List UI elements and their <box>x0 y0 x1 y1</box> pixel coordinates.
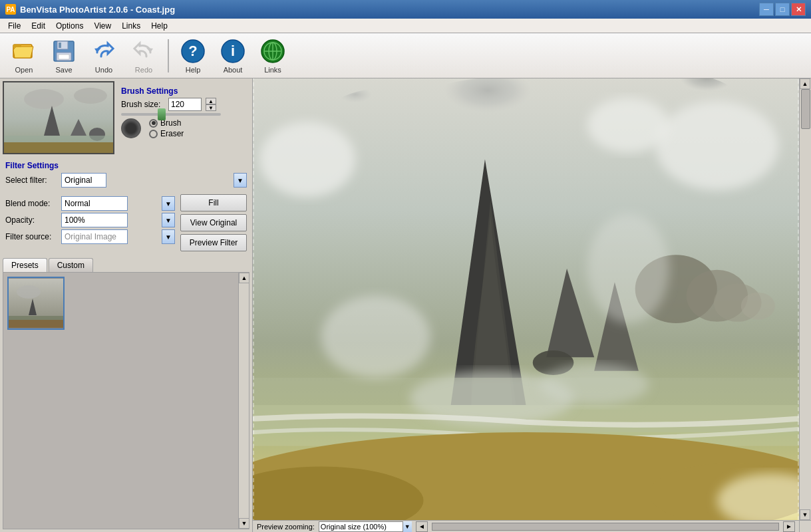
scroll-down-canvas-button[interactable]: ▼ <box>800 509 810 520</box>
app-icon: PA <box>5 4 16 15</box>
about-label: About <box>224 66 243 74</box>
tab-presets[interactable]: Presets <box>3 258 47 272</box>
svg-point-27 <box>17 285 41 299</box>
opacity-arrow: ▼ <box>162 213 175 227</box>
select-filter-label: Select filter: <box>5 176 57 185</box>
tabs-content: ▲ ▼ <box>3 272 249 529</box>
scroll-thumb-v[interactable] <box>801 89 810 129</box>
menu-file[interactable]: File <box>3 20 26 32</box>
svg-text:i: i <box>231 43 235 59</box>
preview-thumbnail <box>3 81 114 154</box>
brush-radio[interactable] <box>149 119 158 128</box>
brush-type-group: Brush Eraser <box>149 118 184 138</box>
svg-rect-25 <box>4 142 114 154</box>
tabs-container: Presets Custom <box>3 258 249 529</box>
scroll-track-v[interactable] <box>800 89 811 509</box>
undo-button[interactable]: Undo <box>85 35 122 76</box>
filter-source-dropdown[interactable]: Original Image <box>61 229 128 244</box>
nav-next-button[interactable]: ► <box>783 521 795 532</box>
links-icon <box>259 38 286 65</box>
eraser-radio[interactable] <box>149 130 158 138</box>
scroll-down-button[interactable]: ▼ <box>239 518 249 529</box>
svg-rect-4 <box>59 43 61 48</box>
svg-point-19 <box>24 89 64 109</box>
menu-options[interactable]: Options <box>51 20 88 32</box>
eraser-radio-row[interactable]: Eraser <box>149 129 184 138</box>
tabs-header: Presets Custom <box>3 258 249 272</box>
toolbar: Open Save Undo Re <box>0 33 811 78</box>
select-filter-arrow: ▼ <box>234 173 247 188</box>
svg-text:?: ? <box>188 43 197 59</box>
spin-down[interactable]: ▼ <box>206 104 216 111</box>
main-container: Brush Settings Brush size: ▲ ▼ <box>0 78 811 532</box>
canvas-area: ▲ ▼ ◄ ► Preview zooming: Original size (… <box>253 78 811 532</box>
scroll-up-button[interactable]: ▲ <box>239 273 249 283</box>
svg-rect-30 <box>9 320 63 328</box>
brush-settings-header: Brush Settings <box>121 86 247 96</box>
zoom-select-wrapper: Original size (100%) Fit to window 50% ▼ <box>319 521 412 532</box>
preset-item-0[interactable] <box>7 277 65 330</box>
select-filter-wrapper: Original Watercolor Oil Paint ▼ <box>61 173 247 188</box>
view-original-button[interactable]: View Original <box>180 214 247 231</box>
undo-label: Undo <box>95 66 112 74</box>
links-label: Links <box>264 66 281 74</box>
filter-source-wrapper: Original Image ▼ <box>61 229 175 244</box>
image-canvas <box>253 78 799 520</box>
blend-mode-arrow: ▼ <box>162 196 175 211</box>
open-button[interactable]: Open <box>5 35 43 76</box>
tab-custom[interactable]: Custom <box>49 258 93 272</box>
svg-point-52 <box>587 214 669 323</box>
filter-settings: Filter Settings Select filter: Original … <box>3 156 249 254</box>
scroll-up-canvas-button[interactable]: ▲ <box>800 78 810 89</box>
svg-rect-6 <box>59 55 69 59</box>
status-bar: Preview zooming: Original size (100%) Fi… <box>253 520 799 532</box>
menu-view[interactable]: View <box>88 20 116 32</box>
scroll-position-track[interactable] <box>432 523 779 531</box>
svg-point-38 <box>741 293 775 320</box>
svg-point-55 <box>587 98 669 152</box>
action-buttons: Fill View Original Preview Filter <box>180 194 247 251</box>
svg-point-47 <box>540 364 649 405</box>
redo-label: Redo <box>135 66 152 74</box>
brush-size-input[interactable] <box>168 98 202 111</box>
help-button[interactable]: ? Help <box>174 35 212 76</box>
svg-point-51 <box>321 296 430 378</box>
blend-mode-dropdown[interactable]: Normal Multiply <box>61 196 128 211</box>
filter-source-arrow: ▼ <box>162 229 175 244</box>
menu-help[interactable]: Help <box>146 20 173 32</box>
opacity-wrapper: 100% 75% 50% ▼ <box>61 213 175 227</box>
blend-mode-wrapper: Normal Multiply ▼ <box>61 196 175 211</box>
about-icon: i <box>220 38 246 65</box>
brush-slider-thumb[interactable] <box>158 108 166 120</box>
canvas-scrollbar-vertical: ▲ ▼ <box>799 78 811 520</box>
zoom-select-dropdown[interactable]: Original size (100%) Fit to window 50% <box>319 521 412 532</box>
svg-rect-1 <box>13 45 21 47</box>
window-title: BenVista PhotoArtist 2.0.6 - Coast.jpg <box>20 5 175 15</box>
links-button[interactable]: Links <box>254 35 291 76</box>
brush-size-slider[interactable] <box>121 113 221 116</box>
svg-point-54 <box>655 101 778 190</box>
maximize-button[interactable]: □ <box>775 3 790 16</box>
preview-filter-button[interactable]: Preview Filter <box>180 234 247 251</box>
open-label: Open <box>15 66 33 74</box>
save-icon <box>51 38 77 65</box>
tabs-scrollbar: ▲ ▼ <box>238 273 249 529</box>
blend-mode-label: Blend mode: <box>5 199 57 208</box>
save-button[interactable]: Save <box>45 35 82 76</box>
undo-icon <box>90 38 117 65</box>
nav-prev-button[interactable]: ◄ <box>416 521 428 532</box>
about-button[interactable]: i About <box>214 35 251 76</box>
fill-button[interactable]: Fill <box>180 194 247 211</box>
menu-links[interactable]: Links <box>116 20 146 32</box>
eraser-radio-label: Eraser <box>160 129 184 138</box>
menu-edit[interactable]: Edit <box>26 20 51 32</box>
select-filter-dropdown[interactable]: Original Watercolor Oil Paint <box>61 173 106 188</box>
minimize-button[interactable]: ─ <box>759 3 774 16</box>
close-button[interactable]: ✕ <box>791 3 806 16</box>
brush-radio-row[interactable]: Brush <box>149 118 184 128</box>
toolbar-separator <box>168 39 169 72</box>
opacity-dropdown[interactable]: 100% 75% 50% <box>61 213 128 227</box>
spin-up[interactable]: ▲ <box>206 98 216 104</box>
redo-button[interactable]: Redo <box>125 35 162 76</box>
brush-size-spinner[interactable]: ▲ ▼ <box>206 98 216 111</box>
